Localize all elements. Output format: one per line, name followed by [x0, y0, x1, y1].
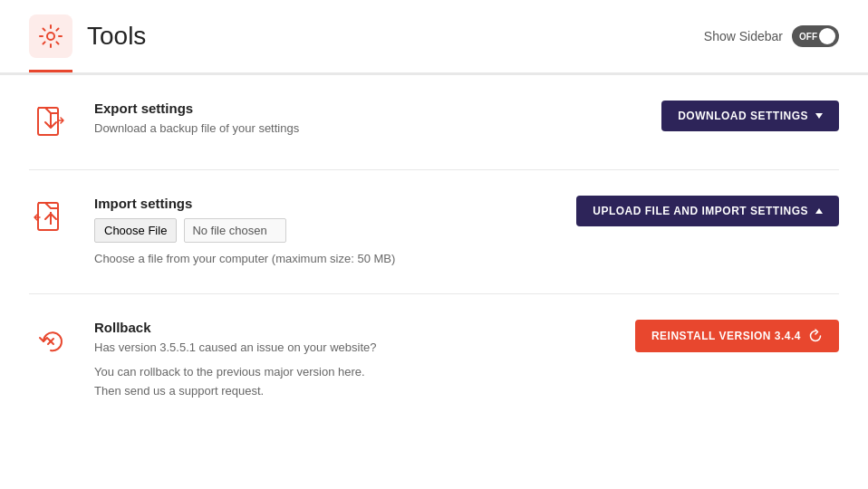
svg-point-0	[47, 33, 54, 40]
gear-icon	[38, 24, 63, 49]
show-sidebar-control: Show Sidebar OFF	[704, 25, 839, 47]
choose-file-button[interactable]: Choose File	[94, 218, 177, 243]
svg-rect-1	[38, 108, 58, 135]
export-title: Export settings	[94, 101, 661, 116]
export-desc: Download a backup file of your settings	[94, 120, 661, 138]
show-sidebar-label: Show Sidebar	[704, 29, 783, 43]
import-icon	[29, 196, 72, 239]
rollback-action: REINSTALL VERSION 3.4.4	[635, 320, 839, 352]
file-input-row: Choose File No file chosen	[94, 218, 576, 243]
page-title: Tools	[87, 22, 146, 51]
upload-import-button[interactable]: UPLOAD FILE AND IMPORT SETTINGS	[576, 196, 839, 226]
download-settings-label: DOWNLOAD SETTINGS	[678, 110, 808, 122]
import-desc: Choose a file from your computer (maximu…	[94, 250, 576, 268]
header-underline	[29, 70, 72, 72]
toggle-knob	[819, 28, 835, 44]
reinstall-button[interactable]: REINSTALL VERSION 3.4.4	[635, 320, 839, 352]
rollback-title: Rollback	[94, 320, 635, 335]
refresh-icon	[808, 329, 823, 343]
upload-import-label: UPLOAD FILE AND IMPORT SETTINGS	[593, 205, 808, 217]
export-icon	[29, 101, 72, 144]
rollback-desc: Has version 3.5.5.1 caused an issue on y…	[94, 339, 635, 357]
rollback-icon	[29, 320, 72, 363]
page-header: Tools Show Sidebar OFF	[0, 0, 868, 75]
toggle-state-label: OFF	[799, 32, 817, 42]
rollback-content: Rollback Has version 3.5.5.1 caused an i…	[94, 320, 635, 401]
export-action: DOWNLOAD SETTINGS	[661, 101, 839, 131]
export-section: Export settings Download a backup file o…	[29, 75, 839, 170]
import-action: UPLOAD FILE AND IMPORT SETTINGS	[576, 196, 839, 226]
main-content: Export settings Download a backup file o…	[0, 75, 868, 427]
tools-icon-wrap	[29, 14, 72, 58]
import-title: Import settings	[94, 196, 576, 211]
import-content: Import settings Choose File No file chos…	[94, 196, 576, 268]
export-content: Export settings Download a backup file o…	[94, 101, 661, 138]
chevron-down-icon	[815, 113, 823, 119]
chevron-up-icon	[815, 208, 823, 214]
rollback-section: Rollback Has version 3.5.5.1 caused an i…	[29, 294, 839, 427]
import-section: Import settings Choose File No file chos…	[29, 170, 839, 294]
rollback-extra: You can rollback to the previous major v…	[94, 363, 635, 401]
reinstall-label: REINSTALL VERSION 3.4.4	[651, 330, 801, 342]
download-settings-button[interactable]: DOWNLOAD SETTINGS	[661, 101, 839, 131]
sidebar-toggle[interactable]: OFF	[792, 25, 839, 47]
no-file-label: No file chosen	[184, 218, 285, 243]
